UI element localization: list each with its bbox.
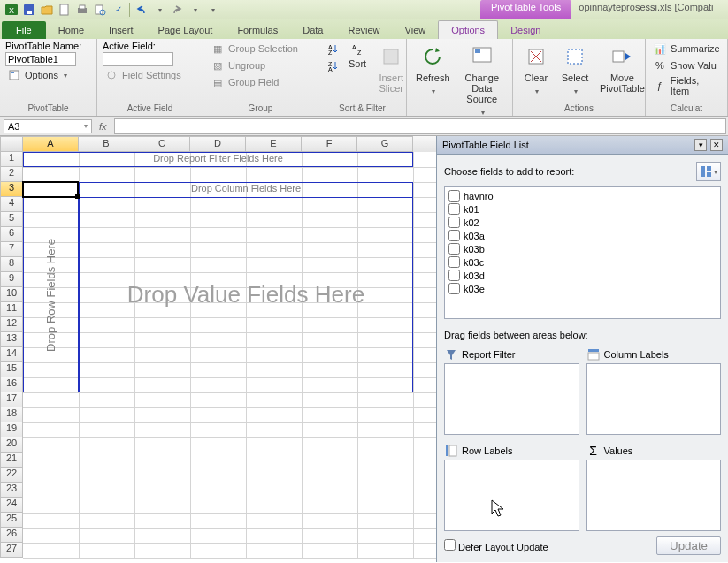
change-data-source-button[interactable]: Change Data Source (457, 41, 507, 118)
field-item-havnro[interactable]: havnro (447, 189, 718, 202)
quick-print-icon[interactable] (74, 2, 90, 18)
field-checkbox-havnro[interactable] (448, 190, 460, 202)
field-settings-button[interactable]: Field Settings (103, 67, 197, 83)
tab-design[interactable]: Design (498, 21, 553, 39)
tab-review[interactable]: Review (335, 21, 392, 39)
col-header-b[interactable]: B (79, 136, 134, 152)
qat-customize[interactable] (204, 2, 220, 18)
sort-desc-button[interactable]: ZA (324, 57, 341, 73)
select-all-corner[interactable] (0, 136, 23, 152)
field-item-k03a[interactable]: k03a (447, 229, 718, 242)
refresh-button[interactable]: Refresh (412, 41, 454, 118)
show-values-button[interactable]: %Show Valu (651, 57, 722, 73)
defer-layout-checkbox[interactable]: Defer Layout Update (444, 539, 548, 552)
field-checkbox-k03c[interactable] (448, 256, 460, 268)
row-header-25[interactable]: 25 (0, 513, 23, 528)
field-checkbox-k03d[interactable] (448, 270, 460, 281)
field-item-k03e[interactable]: k03e (447, 282, 718, 295)
clear-button[interactable]: Clear (518, 41, 554, 103)
row-header-16[interactable]: 16 (0, 377, 23, 392)
sort-button[interactable]: AZSort (345, 41, 370, 103)
cells-area[interactable]: Drop Report Filter Fields Here Drop Colu… (23, 152, 436, 558)
col-header-e[interactable]: E (246, 136, 302, 152)
row-header-14[interactable]: 14 (0, 347, 23, 362)
move-pivottable-button[interactable]: Move PivotTable (596, 41, 648, 103)
formula-input[interactable] (114, 118, 726, 134)
tab-file[interactable]: File (2, 21, 46, 39)
select-button[interactable]: Select (557, 41, 593, 103)
col-header-f[interactable]: F (302, 136, 357, 152)
layout-options-button[interactable] (696, 162, 721, 181)
spellcheck-icon[interactable]: ✓ (110, 2, 126, 18)
tab-options[interactable]: Options (438, 20, 498, 39)
row-header-23[interactable]: 23 (0, 483, 23, 498)
pivot-columns-zone[interactable]: Drop Column Fields Here (79, 182, 413, 197)
field-item-k03b[interactable]: k03b (447, 242, 718, 255)
pivot-values-zone[interactable]: Drop Value Fields Here (79, 197, 413, 392)
field-checkbox-k01[interactable] (448, 203, 460, 215)
field-item-k03c[interactable]: k03c (447, 255, 718, 269)
row-header-13[interactable]: 13 (0, 332, 23, 347)
col-header-c[interactable]: C (134, 136, 190, 152)
report-filter-area[interactable] (444, 363, 579, 435)
insert-slicer-button[interactable]: Insert Slicer (373, 41, 409, 103)
group-selection-button[interactable]: ▦Group Selection (209, 41, 312, 57)
tab-formulas[interactable]: Formulas (225, 21, 290, 39)
row-header-10[interactable]: 10 (0, 287, 23, 302)
row-header-4[interactable]: 4 (0, 197, 23, 212)
field-list[interactable]: havnrok01k02k03ak03bk03ck03dk03e (444, 186, 721, 319)
row-header-7[interactable]: 7 (0, 242, 23, 257)
options-button[interactable]: Options (5, 67, 91, 83)
values-area[interactable] (586, 460, 722, 531)
active-field-input[interactable] (103, 52, 173, 66)
row-header-26[interactable]: 26 (0, 528, 23, 543)
excel-icon[interactable]: X (4, 2, 19, 18)
row-header-20[interactable]: 20 (0, 437, 23, 453)
save-icon[interactable] (21, 2, 37, 18)
row-header-15[interactable]: 15 (0, 362, 23, 377)
worksheet[interactable]: A B C D E F G 12345678910111213141516171… (0, 136, 436, 562)
panel-dropdown-icon[interactable]: ▾ (694, 139, 707, 151)
group-field-button[interactable]: ▤Group Field (209, 74, 312, 90)
col-header-a[interactable]: A (23, 136, 79, 152)
row-header-19[interactable]: 19 (0, 422, 23, 437)
row-header-21[interactable]: 21 (0, 453, 23, 468)
tab-view[interactable]: View (393, 21, 439, 39)
row-header-27[interactable]: 27 (0, 543, 23, 558)
ungroup-button[interactable]: ▧Ungroup (209, 57, 312, 73)
redo-icon[interactable] (169, 2, 185, 18)
tab-data[interactable]: Data (290, 21, 335, 39)
undo-dropdown[interactable] (151, 2, 167, 18)
row-header-8[interactable]: 8 (0, 257, 23, 272)
row-header-22[interactable]: 22 (0, 468, 23, 483)
tab-insert[interactable]: Insert (96, 21, 146, 39)
panel-close-icon[interactable]: ✕ (710, 139, 723, 151)
pivot-filter-zone[interactable]: Drop Report Filter Fields Here (23, 152, 413, 167)
field-checkbox-k02[interactable] (448, 217, 460, 228)
tab-home[interactable]: Home (46, 21, 96, 39)
new-icon[interactable] (57, 2, 73, 18)
row-header-1[interactable]: 1 (0, 152, 23, 167)
row-header-11[interactable]: 11 (0, 302, 23, 317)
row-header-9[interactable]: 9 (0, 272, 23, 287)
pivot-rows-zone[interactable]: Drop Row Fields Here (23, 197, 79, 392)
summarize-values-button[interactable]: 📊Summarize (651, 41, 722, 57)
row-header-12[interactable]: 12 (0, 317, 23, 332)
undo-icon[interactable] (134, 2, 149, 18)
row-labels-area[interactable] (444, 460, 579, 531)
field-checkbox-k03e[interactable] (448, 283, 460, 294)
row-header-6[interactable]: 6 (0, 227, 23, 242)
row-header-17[interactable]: 17 (0, 392, 23, 407)
print-preview-icon[interactable] (92, 2, 108, 18)
field-checkbox-k03b[interactable] (448, 243, 460, 255)
open-icon[interactable] (39, 2, 55, 18)
row-header-5[interactable]: 5 (0, 212, 23, 227)
column-labels-area[interactable] (586, 363, 722, 435)
tab-page-layout[interactable]: Page Layout (146, 21, 226, 39)
row-header-2[interactable]: 2 (0, 167, 23, 182)
row-header-24[interactable]: 24 (0, 498, 23, 513)
field-checkbox-k03a[interactable] (448, 230, 460, 241)
col-header-g[interactable]: G (357, 136, 413, 152)
fields-items-button[interactable]: ƒFields, Item (651, 74, 722, 97)
pivottable-name-input[interactable] (5, 52, 76, 66)
